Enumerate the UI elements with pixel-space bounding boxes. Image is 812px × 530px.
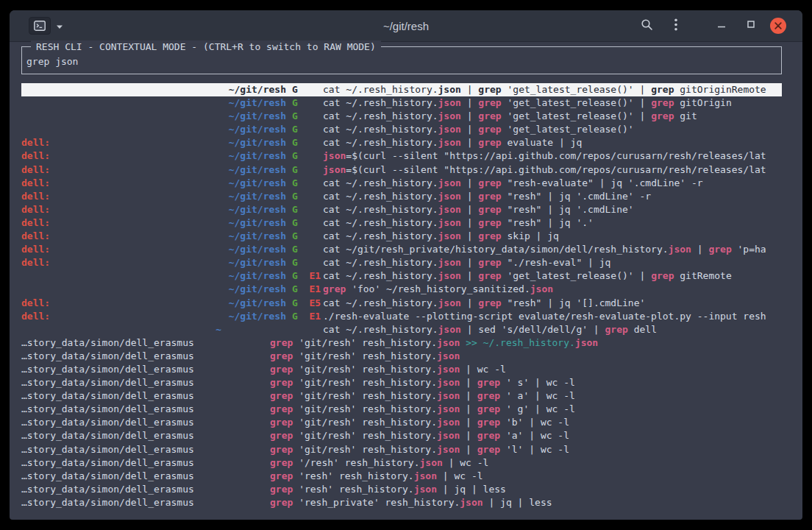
command-text: =$(curl --silent "https://api.github.com… (346, 150, 766, 161)
match-text: json (438, 204, 461, 215)
row-host: dell: (21, 190, 50, 203)
match-text: json (437, 377, 460, 388)
history-row[interactable]: …story_data/simon/dell_erasmusgrep 'resh… (21, 470, 782, 483)
row-directory: ~/git/resh (132, 190, 286, 203)
history-row[interactable]: ~/git/reshGcat ~/.resh_history.json | gr… (21, 96, 782, 110)
history-row[interactable]: ~cat ~/.resh_history.json | sed 's/dell/… (21, 323, 782, 336)
command-text: | (691, 244, 708, 255)
row-command: grep 'resh' resh_history.json | wc -l (270, 470, 483, 483)
git-flag: G (292, 257, 298, 268)
history-row[interactable]: dell:~/git/reshGjson=$(curl --silent "ht… (21, 163, 782, 177)
row-path: …story_data/simon/dell_erasmus (21, 376, 194, 389)
command-text: cat ~/git/resh_private/history_data/simo… (323, 244, 669, 255)
match-text: json (437, 403, 460, 414)
row-path: …story_data/simon/dell_erasmus (21, 456, 194, 470)
match-text: json (437, 350, 460, 361)
history-row[interactable]: …story_data/simon/dell_erasmusgrep 'resh… (21, 483, 782, 496)
row-command: json=$(curl --silent "https://api.github… (323, 163, 766, 177)
match-text: json (438, 257, 461, 268)
history-row[interactable]: ~/git/reshG E1grep 'foo' ~/resh_history_… (21, 283, 782, 296)
close-icon (774, 19, 782, 32)
history-row[interactable]: dell:~/git/reshGcat ~/.resh_history.json… (21, 203, 782, 216)
history-row[interactable]: …story_data/simon/dell_erasmusgrep 'git/… (21, 429, 782, 442)
command-text: 'git/resh' resh_history. (293, 390, 437, 401)
command-text: | (461, 230, 478, 241)
dropdown-caret-icon[interactable] (56, 19, 63, 32)
row-command: cat ~/.resh_history.json | grep "resh" |… (323, 190, 651, 203)
minimize-button[interactable] (711, 15, 732, 36)
row-command: json=$(curl --silent "https://api.github… (323, 149, 766, 163)
history-row[interactable]: dell:~/git/reshG E5cat ~/.resh_history.j… (21, 297, 782, 310)
history-row[interactable]: …story_data/simon/dell_erasmusgrep 'git/… (21, 350, 782, 363)
history-row[interactable]: dell:~/git/reshG E1./resh-evaluate --plo… (21, 310, 782, 323)
close-button[interactable] (770, 18, 786, 34)
command-text: 'get_latest_release()' | (502, 270, 652, 281)
menu-button[interactable] (666, 15, 686, 36)
match-text: grep (477, 444, 500, 455)
row-command: ./resh-evaluate --plotting-script evalua… (323, 310, 766, 323)
match-text: json (420, 457, 443, 468)
window-title: ~/git/resh (383, 20, 429, 32)
history-row[interactable]: ~/git/reshGcat ~/.resh_history.json | gr… (21, 83, 782, 96)
history-row[interactable]: …story_data/simon/dell_erasmusgrep 'git/… (21, 376, 782, 389)
git-flag: G (292, 283, 298, 294)
match-text: grep (651, 84, 674, 95)
match-text: grep (478, 137, 501, 148)
history-row[interactable]: …story_data/simon/dell_erasmusgrep 'git/… (21, 403, 782, 416)
row-directory: ~/git/resh (132, 283, 286, 296)
search-button[interactable] (636, 15, 657, 36)
history-row[interactable]: dell:~/git/reshGcat ~/.resh_history.json… (21, 216, 782, 230)
row-git-flags: G (292, 230, 298, 243)
row-command: grep 'foo' ~/resh_history_sanitized.json (323, 283, 553, 296)
match-text: grep (270, 430, 293, 441)
command-text: "resh" | jq '[].cmdLine' (502, 297, 646, 308)
row-command: cat ~/.resh_history.json | grep evaluate… (323, 136, 582, 149)
restore-button[interactable] (741, 15, 761, 36)
command-text: cat ~/.resh_history. (323, 217, 438, 228)
history-row[interactable]: dell:~/git/reshGcat ~/.resh_history.json… (21, 177, 782, 190)
command-text: | wc -l (437, 470, 483, 481)
history-row[interactable]: …story_data/simon/dell_erasmusgrep 'git/… (21, 416, 782, 429)
match-text: grep (478, 177, 501, 188)
command-text: cat ~/.resh_history. (323, 84, 438, 95)
git-flag: G (292, 217, 298, 228)
match-text: json (438, 270, 461, 281)
row-git-flags: G (292, 177, 298, 190)
history-row[interactable]: ~/git/reshGcat ~/.resh_history.json | gr… (21, 110, 782, 123)
history-row[interactable]: ~/git/reshG E1cat ~/.resh_history.json |… (21, 269, 782, 283)
search-query-input[interactable]: grep json (26, 56, 78, 67)
history-row[interactable]: dell:~/git/reshGcat ~/.resh_history.json… (21, 256, 782, 269)
history-row[interactable]: …story_data/simon/dell_erasmusgrep 'git/… (21, 336, 782, 350)
command-text: cat ~/.resh_history. (323, 110, 438, 121)
row-command: cat ~/.resh_history.json | grep 'get_lat… (323, 83, 766, 96)
history-row[interactable]: dell:~/git/reshGcat ~/.resh_history.json… (21, 136, 782, 149)
row-path: …story_data/simon/dell_erasmus (21, 470, 194, 483)
row-command: cat ~/.resh_history.json | grep "resh" |… (323, 203, 634, 216)
history-row[interactable]: dell:~/git/reshGjson=$(curl --silent "ht… (21, 149, 782, 163)
match-text: json (323, 150, 346, 161)
minimize-icon (716, 19, 727, 32)
row-path: …story_data/simon/dell_erasmus (21, 496, 194, 509)
match-text: grep (270, 484, 293, 495)
history-row[interactable]: …story_data/simon/dell_erasmusgrep 'git/… (21, 389, 782, 403)
new-tab-button[interactable] (29, 17, 63, 35)
command-text: >> ~/.resh_history. (466, 337, 575, 348)
history-row[interactable]: dell:~/git/reshGcat ~/.resh_history.json… (21, 190, 782, 203)
row-command: grep 'git/resh' resh_history.json | grep… (270, 389, 575, 403)
match-text: json (437, 444, 460, 455)
command-text: "resh" | jq '.cmdLine' (502, 204, 634, 215)
history-row[interactable]: …story_data/simon/dell_erasmusgrep 'git/… (21, 363, 782, 376)
history-row[interactable]: dell:~/git/reshGcat ~/git/resh_private/h… (21, 243, 782, 256)
row-host: dell: (21, 243, 50, 256)
command-text: 'git/resh' resh_history. (293, 364, 437, 375)
command-text: | (461, 257, 478, 268)
git-flag: G (292, 164, 298, 175)
history-row[interactable]: …story_data/simon/dell_erasmusgrep '/res… (21, 456, 782, 470)
history-row[interactable]: …story_data/simon/dell_erasmusgrep 'git/… (21, 443, 782, 456)
history-row[interactable]: …story_data/simon/dell_erasmusgrep 'resh… (21, 496, 782, 509)
history-row[interactable]: ~/git/reshGcat ~/.resh_history.json | gr… (21, 123, 782, 136)
history-row[interactable]: dell:~/git/reshGcat ~/.resh_history.json… (21, 230, 782, 243)
match-text: grep (270, 457, 293, 468)
match-text: json (438, 177, 461, 188)
command-text: 'get_latest_release()' | (502, 97, 652, 108)
